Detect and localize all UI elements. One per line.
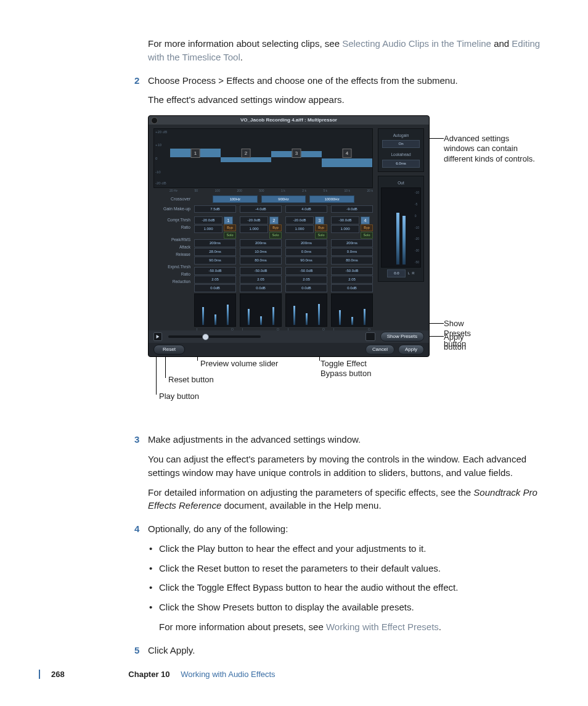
- page-number: 268: [51, 670, 65, 679]
- band-col-2: -20.0dB1.000 2BypSolo 200ms 10.0ms 80.0m…: [240, 216, 282, 327]
- bypass-button[interactable]: Byp: [224, 224, 236, 231]
- step-3-a: Make adjustments in the advanced setting…: [148, 433, 549, 446]
- gain-makeup-label: Gain Make-up: [153, 206, 194, 212]
- page-footer: 268 Chapter 10 Working with Audio Effect…: [39, 670, 539, 679]
- crossover-val-3[interactable]: 10000Hz: [309, 195, 354, 203]
- gain-change-graph[interactable]: Gain Change +20 dB +10 0 -10 -20 dB 1 2 …: [153, 128, 373, 188]
- gain-makeup-row: Gain Make-up 7.5dB -4.0dB 4.0dB -9.0dB: [153, 205, 373, 213]
- bullet-reset: Click the Reset button to reset the para…: [148, 562, 549, 575]
- band-col-3: -20.0dB1.000 3BypSolo 200ms 0.0ms 90.0ms…: [285, 216, 327, 327]
- bullet-show-presets: Click the Show Presets button to display…: [148, 601, 549, 634]
- text: and: [494, 38, 512, 49]
- band-col-4: -30.0dB1.000 4BypSolo 200ms 0.0ms 80.0ms…: [331, 216, 373, 327]
- gain-makeup-1[interactable]: 7.5dB: [194, 205, 236, 213]
- callout-apply: Apply button: [444, 332, 466, 353]
- svg-marker-0: [157, 335, 160, 339]
- effect-window: VO_Jacob Recording 4.aiff : Multipressor…: [148, 115, 430, 357]
- action-bar: Reset Cancel Apply: [149, 343, 429, 356]
- link-presets[interactable]: Working with Effect Presets: [326, 622, 439, 632]
- gain-makeup-2[interactable]: -4.0dB: [240, 205, 282, 213]
- callout-preview-slider: Preview volume slider: [200, 359, 278, 369]
- step-3-c: For detailed information on adjusting th…: [148, 486, 549, 513]
- output-meters: -10 -5 0 -10 -20 -30 -50: [381, 187, 421, 268]
- text: .: [240, 52, 243, 62]
- chapter-label: Chapter 10: [128, 670, 169, 679]
- autogain-value[interactable]: On: [382, 140, 420, 148]
- step-4-a: Optionally, do any of the following:: [148, 522, 549, 536]
- step-number-4: 4: [134, 522, 139, 536]
- window-title: VO_Jacob Recording 4.aiff : Multipressor: [149, 116, 429, 125]
- band-meter: I O: [194, 293, 236, 327]
- autogain-section: Autogain On Lookahead 6.0ms: [378, 128, 424, 172]
- chapter-title: Working with Audio Effects: [181, 670, 275, 679]
- toggle-bypass-button[interactable]: [365, 332, 375, 341]
- crossover-val-1[interactable]: 100Hz: [213, 195, 258, 203]
- preview-bar: Show Presets: [149, 330, 429, 343]
- crossover-label: Crossover: [153, 196, 194, 202]
- output-section: Out -10 -5 0 -10 -20 -30: [378, 176, 424, 282]
- solo-button[interactable]: Solo: [224, 232, 236, 239]
- intro-paragraph: For more information about selecting cli…: [148, 37, 549, 64]
- gain-makeup-3[interactable]: 4.0dB: [285, 205, 327, 213]
- show-presets-button[interactable]: Show Presets: [380, 332, 424, 342]
- bullet-play: Click the Play button to hear the effect…: [148, 542, 549, 556]
- band-params: Compr.Thrsh Ratio Peak/RMS Attack Releas…: [153, 216, 373, 327]
- bullet-toggle: Click the Toggle Effect Bypass button to…: [148, 581, 549, 594]
- step-2-text-b: The effect's advanced settings window ap…: [148, 93, 549, 107]
- callout-reset: Reset button: [168, 375, 214, 385]
- step-3-b: You can adjust the effect's parameters b…: [148, 453, 549, 480]
- callout-advanced: Advanced settings windows can contain di…: [444, 134, 539, 164]
- callout-toggle-bypass: Toggle Effect Bypass button: [321, 359, 394, 379]
- step-number-3: 3: [134, 433, 139, 446]
- close-icon[interactable]: [151, 117, 158, 124]
- reset-button[interactable]: Reset: [153, 345, 185, 355]
- advanced-settings-figure: Advanced settings windows can contain di…: [148, 115, 438, 422]
- preview-volume-slider[interactable]: [168, 335, 261, 338]
- cancel-button[interactable]: Cancel: [365, 345, 394, 355]
- band-col-1: -20.0dB 1.000 1 Byp Solo 200ms: [194, 216, 236, 327]
- title-text: VO_Jacob Recording 4.aiff : Multipressor: [240, 117, 337, 123]
- output-db[interactable]: 0.0: [387, 269, 406, 277]
- link-selecting-clips[interactable]: Selecting Audio Clips in the Timeline: [342, 38, 491, 49]
- text: For more information about selecting cli…: [148, 38, 342, 49]
- step-number-5: 5: [134, 644, 139, 657]
- callout-play: Play button: [159, 392, 199, 401]
- step-number-2: 2: [134, 74, 139, 88]
- crossover-row: Crossover 100Hz 900Hz 10000Hz: [153, 195, 373, 203]
- apply-button[interactable]: Apply: [398, 345, 424, 355]
- gain-makeup-4[interactable]: -9.0dB: [331, 205, 373, 213]
- step-5-a: Click Apply.: [148, 644, 549, 657]
- step-2-text-a: Choose Process > Effects and choose one …: [148, 74, 549, 88]
- lookahead-value[interactable]: 6.0ms: [382, 160, 420, 168]
- play-button[interactable]: [153, 332, 162, 341]
- crossover-val-2[interactable]: 900Hz: [261, 195, 306, 203]
